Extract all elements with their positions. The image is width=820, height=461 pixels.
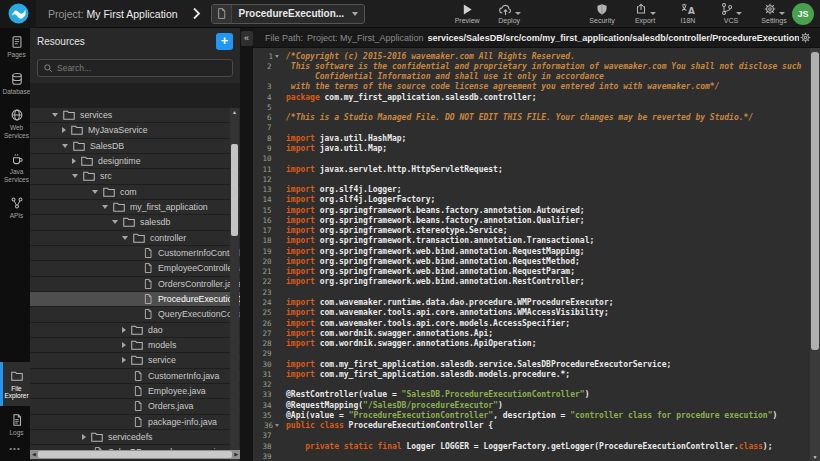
tree-item-myjavaservice[interactable]: MyJavaService bbox=[30, 123, 240, 138]
code-line: 7 bbox=[253, 123, 810, 133]
rail-overflow-button[interactable]: ••• bbox=[0, 444, 30, 461]
tree-item-queryexecutioncontroller-java[interactable]: QueryExecutionController.java bbox=[30, 307, 240, 322]
search-row bbox=[30, 55, 240, 83]
code-editor[interactable]: 1/*Copyright (c) 2015-2016 wavemaker.com… bbox=[253, 48, 810, 461]
tree-hscroll-thumb[interactable] bbox=[38, 451, 232, 458]
code-line: 25import com.wavemaker.tools.api.core.an… bbox=[253, 308, 810, 318]
deploy-button[interactable]: Deploy bbox=[495, 3, 523, 24]
collapse-panel-button[interactable]: « bbox=[241, 31, 253, 46]
expand-arrow-icon[interactable] bbox=[122, 342, 126, 348]
chevron-right-icon bbox=[192, 7, 201, 20]
tree-item-my-first-application[interactable]: my_first_application bbox=[30, 200, 240, 215]
rail-item-databases[interactable]: Databases bbox=[0, 65, 30, 102]
rail-item-apis[interactable]: APIs bbox=[0, 189, 30, 226]
file-icon bbox=[142, 262, 154, 274]
settings-button[interactable]: Settings bbox=[760, 3, 788, 24]
line-number: 9 bbox=[253, 144, 280, 153]
folder-icon bbox=[102, 185, 116, 199]
code-line: 13import org.slf4j.Logger; bbox=[253, 184, 810, 194]
code-line: 9import java.util.Map; bbox=[253, 143, 810, 153]
tree-item-employeecontroller-java[interactable]: EmployeeController.java bbox=[30, 261, 240, 276]
tree-item-servicedefs[interactable]: servicedefs bbox=[30, 430, 240, 445]
i18n-button[interactable]: AI18N bbox=[674, 3, 702, 24]
tree-horizontal-scrollbar[interactable]: ◀ ▶ bbox=[30, 450, 240, 459]
tree-item-dao[interactable]: dao bbox=[30, 323, 240, 338]
export-button[interactable]: Export bbox=[631, 3, 659, 24]
line-number: 14 bbox=[253, 195, 280, 204]
tree-vertical-scrollbar[interactable]: ▲ ▼ bbox=[230, 108, 239, 461]
rail-item-java-services[interactable]: Java Services bbox=[0, 145, 30, 189]
tree-item-service[interactable]: service bbox=[30, 353, 240, 368]
code-text: /*This is a Studio Managed File. DO NOT … bbox=[280, 113, 810, 122]
scroll-up-icon[interactable]: ▲ bbox=[230, 108, 239, 117]
code-line: 33@RestController(value = "SalesDB.Proce… bbox=[253, 390, 810, 400]
collapse-arrow-icon[interactable] bbox=[102, 205, 108, 209]
editor-scroll-thumb[interactable] bbox=[811, 52, 819, 350]
tree-item-designtime[interactable]: designtime bbox=[30, 154, 240, 169]
line-number: 20 bbox=[253, 257, 280, 266]
tree-item-com[interactable]: com bbox=[30, 185, 240, 200]
vcs-button[interactable]: VCS bbox=[717, 3, 745, 24]
expand-arrow-icon[interactable] bbox=[122, 327, 126, 333]
tree-item-label: Employee.java bbox=[148, 386, 206, 396]
add-resource-button[interactable]: + bbox=[216, 33, 233, 50]
code-line: 30import com.my_first_application.salesd… bbox=[253, 359, 810, 369]
file-path-bar: File Path: Project: My_First_Application… bbox=[253, 28, 820, 48]
file-path-value: services/SalesDB/src/com/my_first_applic… bbox=[428, 33, 799, 43]
open-file-dropdown[interactable]: ProcedureExecution... bbox=[211, 4, 366, 24]
editor-scroll-down-icon[interactable]: ▼ bbox=[810, 454, 820, 460]
tree-item-package-info-java[interactable]: package-info.java bbox=[30, 415, 240, 430]
collapse-arrow-icon[interactable] bbox=[92, 190, 98, 194]
tree-item-src[interactable]: src bbox=[30, 169, 240, 184]
editor-scrollbar[interactable]: ▼ bbox=[810, 48, 820, 461]
project-label: Project: bbox=[48, 8, 84, 20]
tree-item-orders-java[interactable]: Orders.java bbox=[30, 399, 240, 414]
code-line: 21import org.springframework.web.bind.an… bbox=[253, 267, 810, 277]
search-box[interactable] bbox=[37, 59, 233, 77]
collapse-arrow-icon[interactable] bbox=[122, 236, 128, 240]
tree-item-employee-java[interactable]: Employee.java bbox=[30, 384, 240, 399]
i18n-icon: A bbox=[680, 2, 696, 16]
expand-arrow-icon[interactable] bbox=[122, 357, 126, 363]
collapse-arrow-icon[interactable] bbox=[62, 144, 68, 148]
collapse-arrow-icon[interactable] bbox=[52, 113, 58, 117]
top-bar: Project: My First Application ProcedureE… bbox=[0, 0, 820, 28]
scroll-left-icon[interactable]: ◀ bbox=[32, 450, 36, 459]
vcs-branch-icon bbox=[720, 2, 734, 16]
chevron-down-icon bbox=[352, 12, 358, 16]
tree-item-procedureexecutioncontroller-java[interactable]: ProcedureExecutionController.java bbox=[30, 292, 240, 307]
collapse-arrow-icon[interactable] bbox=[72, 174, 78, 178]
tree-vscroll-thumb[interactable] bbox=[231, 144, 238, 236]
tree-item-salesdb[interactable]: SalesDB bbox=[30, 139, 240, 154]
code-line: Confidential Information and shall use i… bbox=[253, 72, 810, 82]
search-input[interactable] bbox=[57, 63, 227, 73]
expand-arrow-icon[interactable] bbox=[62, 127, 66, 133]
editor-settings-gear-icon[interactable] bbox=[799, 31, 812, 44]
scroll-right-icon[interactable]: ▶ bbox=[234, 450, 238, 459]
expand-arrow-icon[interactable] bbox=[72, 158, 76, 164]
folder-icon bbox=[130, 353, 144, 367]
tree-item-controller[interactable]: controller bbox=[30, 231, 240, 246]
rail-item-logs[interactable]: Logs bbox=[0, 406, 30, 443]
tree-item-label: designtime bbox=[98, 156, 141, 166]
security-button[interactable]: Security bbox=[588, 3, 616, 24]
tree-item-orderscontroller-java[interactable]: OrdersController.java bbox=[30, 277, 240, 292]
collapse-arrow-icon[interactable] bbox=[112, 220, 118, 224]
code-fold-icon[interactable] bbox=[275, 424, 279, 427]
tree-item-customerinfo-java[interactable]: CustomerInfo.java bbox=[30, 369, 240, 384]
expand-arrow-icon[interactable] bbox=[82, 434, 86, 440]
tree-item-services[interactable]: services bbox=[30, 108, 240, 123]
tree-item-salesdb[interactable]: salesdb bbox=[30, 215, 240, 230]
tree-item-customerinfocontroller-java[interactable]: CustomerInfoController.java bbox=[30, 246, 240, 261]
avatar[interactable]: JS bbox=[792, 3, 814, 25]
rail-item-web-services[interactable]: Web Services bbox=[0, 101, 30, 145]
rail-item-pages[interactable]: Pages bbox=[0, 28, 30, 65]
tree-item-label: dao bbox=[148, 325, 163, 335]
code-fold-icon[interactable] bbox=[275, 55, 279, 58]
rail-item-file-explorer[interactable]: File Explorer bbox=[0, 362, 30, 406]
tree-item-models[interactable]: models bbox=[30, 338, 240, 353]
code-line: 11import javax.servlet.http.HttpServletR… bbox=[253, 164, 810, 174]
code-text: import org.slf4j.Logger; bbox=[280, 185, 810, 194]
preview-button[interactable]: Preview bbox=[453, 3, 481, 24]
tree-item-label: my_first_application bbox=[130, 202, 208, 212]
